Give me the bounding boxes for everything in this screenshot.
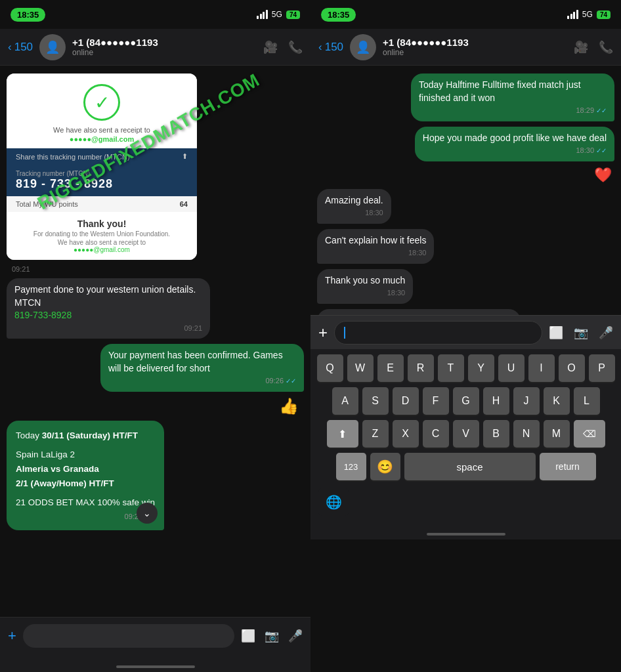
keyboard-row-1: Q W E R T Y U I O P bbox=[313, 354, 618, 382]
emoji-key[interactable]: 😊 bbox=[370, 453, 400, 480]
key-V[interactable]: V bbox=[453, 420, 479, 448]
phone-call-icon-left[interactable]: 📞 bbox=[288, 40, 303, 54]
right-avatar: 👤 bbox=[350, 34, 376, 60]
heart-emoji: ❤️ bbox=[594, 167, 612, 184]
keyboard-row-4: 123 😊 space return bbox=[313, 453, 618, 480]
left-status-bar: 18:35 5G 74 bbox=[0, 0, 310, 29]
right-status-right: 5G 74 bbox=[567, 10, 610, 19]
key-X[interactable]: X bbox=[393, 420, 419, 448]
left-chat-body[interactable]: ✓ We have also sent a receipt to ●●●●●@g… bbox=[0, 66, 310, 617]
key-W[interactable]: W bbox=[347, 354, 374, 382]
thankyou-bubble: Thank you so much 18:30 bbox=[317, 269, 413, 304]
keyboard-toolbar: + ⬜ 📷 🎤 bbox=[310, 315, 621, 349]
left-home-bar bbox=[116, 665, 195, 668]
signal-bars-right bbox=[567, 10, 578, 19]
thankyou-text: Thank you so much bbox=[325, 275, 405, 285]
mic-icon-left[interactable]: 🎤 bbox=[288, 629, 303, 643]
wu-time: 09:21 bbox=[12, 265, 30, 273]
confirmed-text: Your payment has been confirmed. Games w… bbox=[108, 350, 283, 373]
match-time: 09:29✓✓ bbox=[16, 511, 155, 523]
video-call-icon-left[interactable]: 🎥 bbox=[263, 40, 278, 54]
key-N[interactable]: N bbox=[513, 420, 540, 448]
right-back-button[interactable]: ‹ 150 bbox=[318, 41, 343, 54]
key-P[interactable]: P bbox=[589, 354, 615, 382]
wu-card-top: ✓ We have also sent a receipt to ●●●●●@g… bbox=[7, 74, 197, 148]
reserve-bubble: Definitely gonna reserve next one fixed … bbox=[317, 309, 521, 315]
battery-right: 74 bbox=[597, 10, 610, 19]
camera-icon-left[interactable]: 📷 bbox=[265, 629, 279, 643]
ht-ft-bubble: Today Halftime Fulltime fixed match just… bbox=[411, 74, 614, 121]
cant-explain-bubble: Can't explain how it feels 18:30 bbox=[317, 229, 434, 264]
mic-icon-right[interactable]: 🎤 bbox=[599, 326, 613, 340]
right-status-bar: 18:35 5G 74 bbox=[310, 0, 621, 29]
key-C[interactable]: C bbox=[423, 420, 449, 448]
left-status-right: 5G 74 bbox=[257, 10, 300, 19]
amazing-deal-bubble: Amazing deal. 18:30 bbox=[317, 189, 391, 224]
left-contact-name: +1 (84●●●●●●1193 bbox=[72, 37, 257, 48]
keyboard-toolbar-icons: ⬜ 📷 🎤 bbox=[549, 326, 613, 340]
phone-call-icon-right[interactable]: 📞 bbox=[599, 40, 613, 54]
mtcn-link[interactable]: 819-733-8928 bbox=[14, 310, 72, 320]
key-R[interactable]: R bbox=[408, 354, 434, 382]
amazing-deal-time: 18:30 bbox=[325, 208, 383, 218]
hope-profit-bubble: Hope you made good profit like we have d… bbox=[415, 127, 614, 161]
left-avatar: 👤 bbox=[39, 34, 66, 60]
key-Z[interactable]: Z bbox=[362, 420, 389, 448]
keyboard-bottom-row: 🌐 bbox=[313, 486, 618, 518]
text-cursor bbox=[344, 327, 345, 339]
hope-profit-time: 18:30✓✓ bbox=[423, 146, 607, 156]
video-call-icon-right[interactable]: 🎥 bbox=[574, 40, 588, 54]
left-add-icon[interactable]: + bbox=[8, 627, 16, 644]
key-Y[interactable]: Y bbox=[468, 354, 494, 382]
key-E[interactable]: E bbox=[377, 354, 404, 382]
key-M[interactable]: M bbox=[544, 420, 570, 448]
sticker-icon-right[interactable]: ⬜ bbox=[549, 326, 563, 340]
ht-ft-text: Today Halftime Fulltime fixed match just… bbox=[419, 79, 581, 103]
payment-text: Payment done to your western union detai… bbox=[14, 284, 196, 320]
left-home-indicator bbox=[0, 654, 310, 672]
key-L[interactable]: L bbox=[574, 387, 600, 415]
delete-key[interactable]: ⌫ bbox=[574, 420, 605, 448]
key-G[interactable]: G bbox=[453, 387, 479, 415]
shift-key[interactable]: ⬆ bbox=[327, 420, 358, 448]
key-H[interactable]: H bbox=[483, 387, 509, 415]
numbers-key[interactable]: 123 bbox=[336, 453, 366, 480]
key-I[interactable]: I bbox=[528, 354, 555, 382]
confirmed-time: 09:26✓✓ bbox=[108, 376, 296, 386]
key-S[interactable]: S bbox=[362, 387, 389, 415]
left-input-field[interactable] bbox=[23, 624, 234, 648]
bar3 bbox=[263, 12, 265, 19]
amazing-deal-text: Amazing deal. bbox=[325, 195, 383, 205]
left-back-button[interactable]: ‹ 150 bbox=[8, 41, 33, 54]
match-line-5: 21 ODDS BET MAX 100% safe win bbox=[16, 495, 155, 510]
key-Q[interactable]: Q bbox=[317, 354, 343, 382]
right-header-icons: 🎥 📞 bbox=[574, 40, 613, 54]
key-K[interactable]: K bbox=[544, 387, 570, 415]
keyboard-plus-icon[interactable]: + bbox=[318, 324, 328, 342]
globe-icon[interactable]: 🌐 bbox=[318, 488, 349, 516]
sticker-icon-left[interactable]: ⬜ bbox=[241, 629, 255, 643]
space-key[interactable]: space bbox=[404, 453, 536, 480]
payment-msg-bubble: Payment done to your western union detai… bbox=[7, 278, 210, 339]
key-B[interactable]: B bbox=[483, 420, 509, 448]
return-key[interactable]: return bbox=[540, 453, 596, 480]
key-F[interactable]: F bbox=[423, 387, 449, 415]
key-O[interactable]: O bbox=[559, 354, 585, 382]
key-A[interactable]: A bbox=[332, 387, 358, 415]
match-line-2: Spain LaLiga 2 bbox=[16, 448, 155, 462]
key-T[interactable]: T bbox=[438, 354, 464, 382]
right-chat-body[interactable]: Today Halftime Fulltime fixed match just… bbox=[310, 66, 621, 315]
match-line-1: Today 30/11 (Saturday) HT/FT bbox=[16, 429, 155, 443]
thumbsup-emoji: 👍 bbox=[279, 397, 299, 415]
camera-icon-right[interactable]: 📷 bbox=[574, 326, 588, 340]
key-D[interactable]: D bbox=[393, 387, 419, 415]
match-line-4: 2/1 (Away/Home) HT/FT bbox=[16, 476, 155, 491]
match-info-bubble: Today 30/11 (Saturday) HT/FT Spain LaLig… bbox=[7, 421, 164, 531]
right-home-indicator bbox=[310, 521, 621, 539]
wu-tracking-section: Tracking number (MTCN) 819 - 733 - 8928 bbox=[7, 165, 197, 196]
keyboard-text-input[interactable] bbox=[334, 321, 542, 345]
wu-share-icon[interactable]: ⬆ bbox=[182, 152, 188, 161]
key-U[interactable]: U bbox=[498, 354, 525, 382]
wu-sent-text: We have also sent a receipt to bbox=[17, 126, 186, 134]
key-J[interactable]: J bbox=[513, 387, 540, 415]
